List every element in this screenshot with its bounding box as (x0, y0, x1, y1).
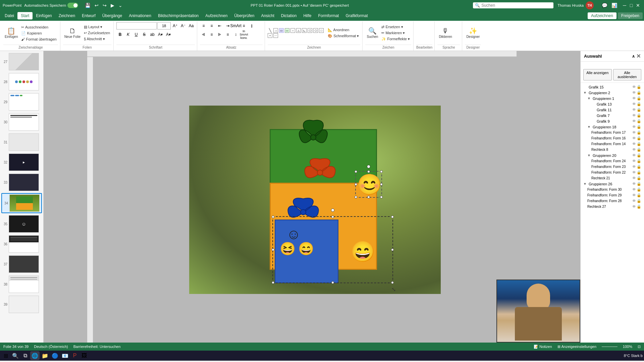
lock-icon-gr11[interactable]: 🔒 (637, 108, 641, 112)
slide-thumb-27[interactable]: 27 (1, 52, 42, 71)
smartart-button[interactable]: SmArt (232, 22, 239, 29)
visibility-icon-gr7[interactable]: 👁 (632, 113, 636, 118)
tree-item-freihand17[interactable]: Freihandform: Form 17 👁 🔒 (582, 130, 643, 135)
visibility-icon-r8[interactable]: 👁 (632, 147, 636, 152)
tree-item-freihand24[interactable]: Freihandform: Form 24 👁 🔒 (582, 158, 643, 164)
menu-zeichnen[interactable]: Zeichnen (55, 12, 78, 19)
tree-item-rechteck27[interactable]: Rechteck 27 👁 🔒 (582, 204, 643, 209)
visibility-icon-f16[interactable]: 👁 (632, 136, 636, 140)
layout-button[interactable]: ▤ Layout ▾ (83, 24, 111, 30)
redo-icon[interactable]: ↪ (101, 2, 108, 9)
slide-thumb-28[interactable]: 28 (1, 72, 42, 91)
ausschneiden-button[interactable]: ✂ Ausschneiden (20, 24, 58, 30)
menu-aufzeichnen[interactable]: Aufzeichnen (202, 12, 231, 19)
italic-button[interactable]: K (124, 31, 132, 38)
visibility-icon-gr1[interactable]: 👁 (632, 96, 636, 101)
slide-thumb-30[interactable]: 30 (1, 113, 42, 131)
minimize-button[interactable]: ─ (621, 2, 628, 9)
list-bullet-button[interactable]: ≡ (200, 22, 207, 29)
visibility-icon-f22[interactable]: 👁 (632, 170, 636, 175)
decrease-indent-button[interactable]: ⇤ (216, 22, 223, 29)
tree-item-freihand29[interactable]: Freihandform: Form 29 👁 🔒 (582, 192, 643, 198)
markieren-button[interactable]: ✏ Markieren ▾ (380, 30, 411, 36)
lock-icon-grafik15[interactable]: 🔒 (637, 85, 641, 89)
freigeben-button[interactable]: Freigeben (618, 12, 643, 19)
tree-item-gruppieren26[interactable]: ▼ Gruppieren 26 👁 🔒 (582, 181, 643, 187)
tree-item-freihand16[interactable]: Freihandform: Form 16 👁 🔒 (582, 135, 643, 141)
aufzeichnen-button[interactable]: Aufzeichnen (588, 12, 616, 19)
lock-icon-r27[interactable]: 🔒 (637, 204, 641, 209)
fit-button[interactable]: ⊡ (638, 345, 641, 349)
visibility-icon-gr2[interactable]: 👁 (632, 90, 636, 95)
weather-info[interactable]: 8°C Stark b (624, 354, 643, 358)
align-center-button[interactable]: ≡ (208, 31, 215, 38)
abschnitt-button[interactable]: § Abschnitt ▾ (83, 36, 111, 42)
shape-triangle[interactable]: △ (296, 28, 301, 33)
collapse-icon[interactable]: ∧ (632, 54, 635, 59)
visibility-icon-f28[interactable]: 👁 (632, 199, 636, 203)
align-left-button[interactable]: ⫷ (200, 31, 207, 38)
tree-item-rechteck8[interactable]: Rechteck 8 👁 🔒 (582, 147, 643, 153)
menu-entwurf[interactable]: Entwurf (78, 12, 99, 19)
font-size-input[interactable] (157, 22, 171, 29)
justify-button[interactable]: ≡ (224, 31, 231, 38)
save-icon[interactable]: 💾 (84, 2, 92, 9)
shape-star[interactable]: ⬡ (308, 28, 312, 33)
ersetzen-button[interactable]: ⇄ Ersetzen ▾ (380, 24, 411, 30)
lock-icon-gr26[interactable]: 🔒 (637, 182, 641, 186)
menu-formformat[interactable]: Formformat (315, 12, 342, 19)
comment-icon[interactable]: 💬 (600, 2, 609, 9)
font-clear-button[interactable]: Aa (187, 22, 195, 29)
slide-thumb-37[interactable]: 37 (1, 255, 42, 274)
zuruecksetzen-button[interactable]: ↩ Zurücksetzen (83, 30, 111, 36)
slide-thumb-39[interactable]: 39 (1, 295, 42, 314)
visibility-icon-gr20[interactable]: 👁 (632, 153, 636, 158)
tree-item-gruppieren1[interactable]: ▼ Gruppieren 1 👁 🔒 (582, 96, 643, 101)
menu-hilfe[interactable]: Hilfe (300, 12, 315, 19)
lock-icon-gr18[interactable]: 🔒 (637, 125, 641, 129)
font-name-input[interactable] (116, 22, 157, 29)
present-icon[interactable]: ▶ (109, 2, 116, 9)
close-button[interactable]: ✕ (635, 2, 641, 9)
chrome-button[interactable]: 🔵 (50, 351, 60, 360)
column-button[interactable]: ⫿ (248, 22, 256, 29)
shape-callout[interactable]: □ (319, 28, 324, 33)
shape-more[interactable]: ⋯ (273, 33, 278, 38)
panel-close-button[interactable]: ✕ (636, 53, 641, 59)
schnellformat-button[interactable]: 🎨 Schnellformat ▾ (326, 33, 360, 39)
tree-item-freihand23[interactable]: Freihandform: Form 23 👁 🔒 (582, 164, 643, 170)
shape-line[interactable]: ╲ (268, 28, 272, 33)
lock-icon-f30[interactable]: 🔒 (637, 187, 641, 192)
tree-item-freihand28[interactable]: Freihandform: Form 28 👁 🔒 (582, 198, 643, 204)
tree-item-freihand30[interactable]: Freihandform: Form 30 👁 🔒 (582, 187, 643, 192)
lock-icon-f29[interactable]: 🔒 (637, 193, 641, 197)
align-right-button[interactable]: ⫸ (216, 31, 223, 38)
powerpoint-button[interactable]: P (70, 351, 79, 360)
lock-icon-gr2[interactable]: 🔒 (637, 90, 641, 95)
search-taskbar-button[interactable]: 🔍 (11, 351, 20, 360)
shape-cross[interactable]: + (268, 33, 272, 38)
shadow-button[interactable]: ab (149, 31, 156, 38)
slide-thumb-33[interactable]: 33 (1, 173, 42, 192)
format-button[interactable]: 🖌 Format übertragen (20, 37, 58, 42)
edge-button[interactable]: 🌐 (30, 351, 40, 360)
slide-thumb-29[interactable]: 29 (1, 93, 42, 111)
text-dir-button[interactable]: ↕ (232, 31, 239, 38)
tree-item-grafik11[interactable]: Grafik 11 👁 🔒 (582, 107, 643, 113)
photos-button[interactable]: 🖼 (80, 351, 89, 360)
menu-bildschirm[interactable]: Bildschirmpräsentation (155, 12, 202, 19)
font-increase-button[interactable]: A⁺ (171, 22, 179, 29)
slide-thumb-35[interactable]: 35 ☺ (1, 215, 42, 233)
visibility-icon-f24[interactable]: 👁 (632, 159, 636, 163)
maximize-button[interactable]: □ (628, 2, 635, 9)
bold-button[interactable]: B (116, 31, 124, 38)
shape-rect[interactable]: ▭ (279, 28, 284, 33)
start-button[interactable]: ⊞ (1, 351, 10, 360)
lock-icon-gr7[interactable]: 🔒 (637, 113, 641, 118)
visibility-icon-f17[interactable]: 👁 (632, 130, 636, 135)
language-info[interactable]: Deutsch (Österreich) (34, 345, 68, 349)
lock-icon-f16[interactable]: 🔒 (637, 136, 641, 140)
slide-thumb-31[interactable]: 31 (1, 133, 42, 152)
menu-uebergaenge[interactable]: Übergänge (99, 12, 125, 19)
neue-folie-button[interactable]: 🗋 Neue Folie (63, 27, 82, 39)
